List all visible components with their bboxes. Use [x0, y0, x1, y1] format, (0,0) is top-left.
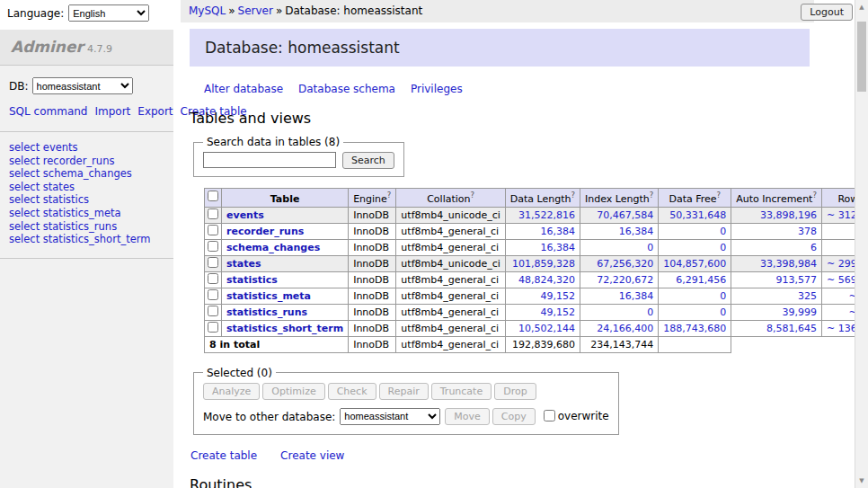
auto-increment-link[interactable]: 378 — [798, 226, 817, 237]
sidebar-table-link[interactable]: select recorder_runs — [9, 155, 164, 168]
row-checkbox[interactable] — [208, 257, 218, 268]
index-length-link[interactable]: 67,256,320 — [597, 258, 653, 270]
export-link[interactable]: Export — [137, 105, 173, 118]
table-name-link[interactable]: events — [226, 209, 264, 221]
app-name[interactable]: Adminer — [11, 38, 84, 56]
db-select[interactable]: homeassistant — [32, 77, 133, 94]
data-length-link[interactable]: 10,502,144 — [518, 323, 575, 334]
bulk-action-button[interactable]: Check — [328, 383, 376, 400]
data-length-link[interactable]: 31,522,816 — [518, 209, 575, 221]
move-db-select[interactable]: homeassistant — [340, 408, 440, 425]
scroll-down-icon[interactable]: ▼ — [855, 477, 868, 484]
auto-increment-link[interactable]: 6 — [810, 242, 817, 253]
table-name-link[interactable]: schema_changes — [226, 242, 320, 253]
data-length-link[interactable]: 16,384 — [541, 226, 576, 237]
data-length-cell: 16,384 — [505, 223, 580, 239]
database-schema-link[interactable]: Database schema — [298, 83, 395, 95]
auto-increment-link[interactable]: 325 — [798, 290, 817, 302]
auto-increment-link[interactable]: 33,398,984 — [760, 258, 817, 270]
sidebar-table-link[interactable]: select statistics_short_term — [9, 234, 164, 246]
import-link[interactable]: Import — [94, 105, 130, 118]
logout-button[interactable]: Logout — [801, 4, 853, 21]
data-length-link[interactable]: 101,859,328 — [512, 258, 575, 270]
index-length-link[interactable]: 16,384 — [619, 226, 654, 237]
search-button[interactable]: Search — [342, 152, 394, 169]
create-view-link[interactable]: Create view — [280, 449, 344, 462]
app-title: Adminer4.7.9 — [0, 30, 173, 66]
bulk-action-button[interactable]: Repair — [379, 383, 429, 400]
row-checkbox[interactable] — [208, 306, 218, 316]
row-checkbox[interactable] — [208, 225, 218, 235]
sql-command-link[interactable]: SQL command — [9, 105, 87, 118]
row-checkbox[interactable] — [208, 289, 218, 300]
scrollbar-thumb[interactable] — [857, 22, 866, 92]
row-checkbox[interactable] — [208, 322, 218, 333]
alter-database-link[interactable]: Alter database — [204, 83, 283, 95]
row-checkbox[interactable] — [208, 273, 218, 284]
overwrite-checkbox[interactable] — [544, 410, 555, 421]
index-length-link[interactable]: 72,220,672 — [597, 274, 653, 286]
auto-increment-link[interactable]: 8,581,645 — [766, 323, 817, 334]
privileges-link[interactable]: Privileges — [411, 83, 463, 95]
engine-cell: InnoDB — [349, 304, 396, 320]
bulk-action-button[interactable]: Analyze — [203, 383, 260, 400]
data-length-link[interactable]: 49,152 — [541, 290, 576, 302]
data-free-link[interactable]: 0 — [720, 290, 726, 302]
data-free-link[interactable]: 104,857,600 — [663, 258, 726, 270]
row-checkbox[interactable] — [208, 209, 218, 219]
sidebar-table-link[interactable]: select statistics_runs — [9, 221, 164, 234]
breadcrumb-link-server[interactable]: Server — [238, 4, 273, 17]
column-header: Table — [222, 189, 349, 208]
bulk-action-button[interactable]: Drop — [494, 383, 536, 400]
table-name-link[interactable]: statistics_meta — [226, 290, 311, 302]
index-length-link[interactable]: 24,166,400 — [597, 323, 653, 334]
row-checkbox-cell — [205, 223, 222, 239]
index-length-link[interactable]: 0 — [647, 306, 653, 318]
bulk-action-button[interactable]: Truncate — [431, 383, 492, 400]
engine-cell: InnoDB — [349, 239, 396, 255]
create-table-link[interactable]: Create table — [190, 449, 257, 462]
select-all-checkbox[interactable] — [208, 191, 218, 201]
auto-increment-link[interactable]: 39,999 — [782, 306, 817, 318]
index-length-link[interactable]: 0 — [647, 242, 653, 253]
sidebar-table-link[interactable]: select statistics_meta — [9, 208, 164, 220]
sidebar-table-link[interactable]: select statistics — [9, 194, 164, 207]
total-label-cell: 8 in total — [205, 336, 349, 352]
data-length-link[interactable]: 48,824,320 — [518, 274, 575, 286]
language-select[interactable]: English — [68, 4, 149, 22]
table-name-link[interactable]: statistics_runs — [226, 306, 307, 318]
collation-cell: utf8mb4_general_ci — [396, 223, 505, 239]
index-length-cell: 24,166,400 — [580, 320, 659, 336]
auto-increment-link[interactable]: 33,898,196 — [760, 209, 817, 221]
vertical-scrollbar[interactable]: ▲ ▼ — [855, 0, 868, 488]
data-free-link[interactable]: 0 — [720, 226, 726, 237]
data-free-link[interactable]: 50,331,648 — [669, 209, 726, 221]
sidebar-table-link[interactable]: select events — [9, 142, 164, 155]
sidebar-table-link[interactable]: select states — [9, 182, 164, 194]
data-free-link[interactable]: 6,291,456 — [676, 274, 726, 286]
engine-cell: InnoDB — [349, 288, 396, 304]
search-input[interactable] — [203, 152, 336, 168]
table-name-link[interactable]: statistics — [226, 274, 278, 286]
sidebar-table-link[interactable]: select schema_changes — [9, 168, 164, 181]
copy-button[interactable]: Copy — [492, 408, 536, 425]
row-checkbox-cell — [205, 304, 222, 320]
index-length-link[interactable]: 16,384 — [619, 290, 654, 302]
table-name-link[interactable]: states — [226, 258, 261, 270]
bulk-action-button[interactable]: Optimize — [262, 383, 324, 400]
data-length-link[interactable]: 16,384 — [541, 242, 576, 253]
data-length-link[interactable]: 49,152 — [541, 306, 576, 318]
row-checkbox-cell — [205, 255, 222, 271]
table-name-link[interactable]: recorder_runs — [226, 226, 304, 237]
data-free-link[interactable]: 188,743,680 — [663, 323, 726, 334]
move-button[interactable]: Move — [445, 408, 490, 425]
data-free-link[interactable]: 0 — [720, 306, 726, 318]
row-checkbox[interactable] — [208, 241, 218, 252]
help-icon: ? — [387, 191, 392, 200]
data-free-link[interactable]: 0 — [720, 242, 726, 253]
table-name-link[interactable]: statistics_short_term — [226, 323, 343, 334]
scroll-up-icon[interactable]: ▲ — [855, 4, 868, 11]
auto-increment-link[interactable]: 913,577 — [775, 274, 817, 286]
breadcrumb-link-mysql[interactable]: MySQL — [189, 4, 226, 17]
index-length-link[interactable]: 70,467,584 — [597, 209, 653, 221]
